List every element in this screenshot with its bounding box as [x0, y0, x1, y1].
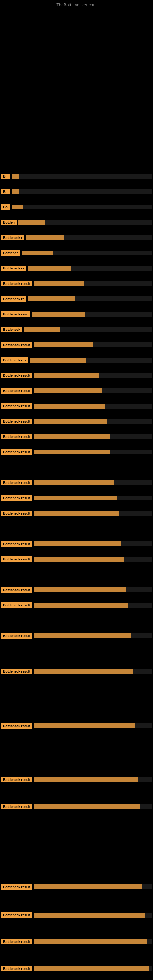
result-row: Bottleneck result — [0, 511, 153, 516]
result-label: B — [1, 173, 10, 179]
bar-fill — [12, 174, 19, 179]
result-label: Bottleneck result — [1, 388, 32, 393]
bar-track — [34, 480, 152, 485]
bar-fill — [28, 266, 72, 271]
bar-track — [18, 220, 152, 225]
result-label: Bottleneck result — [1, 633, 32, 638]
bar-fill — [34, 557, 123, 562]
result-row: Bottleneck result — [0, 541, 153, 547]
result-label: Bottleneck — [1, 327, 22, 332]
bar-fill — [34, 966, 149, 971]
result-label: Bottleneck result — [1, 449, 32, 455]
result-row: Bottleneck re — [0, 296, 153, 302]
bar-fill — [32, 312, 85, 317]
result-row: Bottleneck result — [0, 557, 153, 562]
bar-track — [30, 358, 152, 363]
result-row: Bottleneck resu — [0, 312, 153, 317]
result-label: Bottleneck result — [1, 939, 32, 945]
result-label: Bottleneck result — [1, 587, 32, 593]
result-row: Bottlenec — [0, 250, 153, 256]
result-row: Bottleneck result — [0, 480, 153, 485]
bar-track — [22, 250, 152, 255]
bar-track — [34, 342, 152, 347]
bar-track — [24, 327, 152, 332]
result-row: Bottleneck result — [0, 723, 153, 729]
result-row: Bo — [0, 204, 153, 210]
result-label: Bo — [1, 204, 10, 210]
bar-track — [34, 495, 152, 500]
bar-track — [12, 174, 152, 179]
bar-track — [34, 557, 152, 562]
result-label: Bottlen — [1, 220, 16, 225]
result-label: Bottleneck result — [1, 602, 32, 608]
bar-track — [34, 450, 152, 455]
bar-track — [34, 603, 152, 608]
bar-fill — [34, 777, 138, 782]
bar-track — [34, 404, 152, 409]
result-label: B — [1, 189, 10, 194]
bar-fill — [34, 885, 142, 889]
result-row: Bottleneck r — [0, 235, 153, 240]
result-row: Bottleneck — [0, 327, 153, 332]
result-row: Bottleneck result — [0, 602, 153, 608]
bar-track — [34, 419, 152, 424]
result-label: Bottleneck result — [1, 804, 32, 810]
result-row: Bottleneck result — [0, 495, 153, 501]
bar-fill — [34, 939, 147, 944]
result-label: Bottleneck result — [1, 418, 32, 424]
bar-fill — [34, 723, 135, 728]
site-title: TheBottlenecker.com — [0, 0, 153, 10]
result-row: Bottleneck result — [0, 418, 153, 424]
result-row: Bottleneck result — [0, 966, 153, 971]
result-label: Bottleneck result — [1, 723, 32, 729]
result-label: Bottleneck result — [1, 373, 32, 378]
result-label: Bottleneck result — [1, 557, 32, 562]
result-row: Bottleneck result — [0, 342, 153, 348]
bar-track — [34, 633, 152, 638]
result-label: Bottleneck result — [1, 511, 32, 516]
result-label: Bottleneck result — [1, 342, 32, 348]
result-row: Bottleneck result — [0, 884, 153, 890]
bar-fill — [34, 541, 121, 546]
bar-track — [34, 939, 152, 944]
bar-fill — [34, 603, 128, 608]
bar-fill — [34, 434, 110, 439]
result-label: Bottleneck result — [1, 966, 32, 971]
result-label: Bottleneck re — [1, 266, 26, 271]
bar-track — [12, 205, 152, 210]
result-label: Bottleneck result — [1, 541, 32, 547]
result-row: Bottleneck result — [0, 777, 153, 783]
result-row: Bottleneck result — [0, 912, 153, 918]
chart-area — [0, 10, 153, 114]
bar-fill — [18, 220, 45, 225]
result-label: Bottleneck result — [1, 668, 32, 674]
bar-fill — [34, 633, 131, 638]
result-row: Bottleneck res — [0, 357, 153, 363]
bar-fill — [34, 450, 110, 455]
bar-fill — [12, 189, 19, 194]
bar-fill — [12, 205, 23, 210]
result-row: Bottleneck result — [0, 804, 153, 810]
bar-track — [34, 511, 152, 516]
result-label: Bottleneck result — [1, 434, 32, 439]
bar-track — [34, 281, 152, 286]
bar-fill — [34, 669, 133, 674]
bar-track — [34, 388, 152, 393]
result-row: Bottleneck result — [0, 668, 153, 674]
bar-track — [32, 312, 152, 317]
result-row: B — [0, 189, 153, 194]
bar-fill — [34, 480, 114, 485]
result-row: Bottleneck result — [0, 449, 153, 455]
bar-track — [28, 266, 152, 271]
bar-fill — [24, 327, 60, 332]
bar-fill — [34, 419, 107, 424]
bar-track — [34, 587, 152, 592]
bar-fill — [34, 587, 126, 592]
result-label: Bottleneck result — [1, 912, 32, 918]
result-label: Bottleneck r — [1, 235, 24, 240]
result-row: Bottleneck result — [0, 281, 153, 286]
result-row: Bottleneck result — [0, 587, 153, 593]
bar-fill — [28, 296, 75, 301]
bar-fill — [34, 404, 105, 409]
bar-fill — [34, 281, 83, 286]
